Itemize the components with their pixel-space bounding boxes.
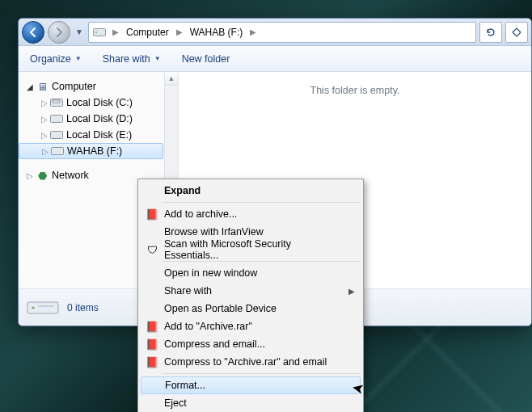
context-menu-label: Add to archive... xyxy=(164,208,237,220)
svg-rect-4 xyxy=(51,116,63,123)
svg-point-8 xyxy=(32,306,34,309)
context-menu-label: Compress to "Archive.rar" and email xyxy=(164,356,327,368)
tree-item-local-disk-c[interactable]: ▷ Local Disk (C:) xyxy=(19,95,178,111)
arrow-right-icon xyxy=(53,27,65,38)
svg-point-1 xyxy=(95,32,97,33)
context-menu-item[interactable]: Format... xyxy=(141,376,361,394)
context-menu-separator xyxy=(163,373,360,374)
caret-down-icon: ▼ xyxy=(154,55,161,62)
context-menu-item[interactable]: Eject xyxy=(140,394,361,412)
chevron-right-icon: ▶ xyxy=(108,27,123,36)
context-menu[interactable]: Expand📕Add to archive...Browse with Irfa… xyxy=(137,179,364,412)
drive-icon xyxy=(49,115,64,123)
twisty-icon[interactable]: ▷ xyxy=(40,115,49,124)
tree-label: Computer xyxy=(52,81,96,92)
svg-rect-3 xyxy=(53,100,60,103)
context-menu-item[interactable]: Expand xyxy=(140,182,361,200)
computer-icon: 🖥 xyxy=(35,81,49,93)
search-toggle-button[interactable] xyxy=(505,22,528,43)
rar-icon: 📕 xyxy=(145,338,159,351)
tree-label: Local Disk (C:) xyxy=(66,97,133,108)
arrow-left-icon xyxy=(27,27,39,38)
twisty-icon[interactable]: ▷ xyxy=(25,171,35,180)
status-item-count: 0 items xyxy=(67,302,99,313)
context-menu-label: Expand xyxy=(164,185,201,196)
refresh-button[interactable] xyxy=(479,22,502,43)
new-folder-label: New folder xyxy=(182,53,230,65)
caret-down-icon: ▼ xyxy=(75,55,82,62)
rar-icon: 📕 xyxy=(145,356,159,368)
rar-icon: 📕 xyxy=(145,321,159,333)
drive-icon xyxy=(50,147,65,155)
share-with-label: Share with xyxy=(103,53,150,65)
submenu-arrow-icon: ▶ xyxy=(348,287,355,296)
context-menu-label: Eject xyxy=(164,397,187,409)
context-menu-item[interactable]: Open as Portable Device xyxy=(140,300,361,317)
organize-button[interactable]: Organize ▼ xyxy=(28,50,83,68)
svg-rect-6 xyxy=(52,148,64,155)
tree-label: Local Disk (E:) xyxy=(66,129,132,141)
context-menu-label: Format... xyxy=(165,380,205,391)
context-menu-label: Open in new window xyxy=(164,267,257,279)
tree-item-wahab-f[interactable]: ▷ WAHAB (F:) xyxy=(19,143,163,159)
rar-icon: 📕 xyxy=(145,208,159,221)
context-menu-item[interactable]: Share with▶ xyxy=(140,282,361,300)
command-bar: Organize ▼ Share with ▼ New folder xyxy=(19,46,531,72)
svg-rect-5 xyxy=(51,132,63,139)
svg-rect-0 xyxy=(94,28,106,36)
scroll-up-icon[interactable]: ▲ xyxy=(165,72,178,86)
twisty-icon[interactable]: ▷ xyxy=(40,131,49,140)
address-bar-row: ▼ ▶ Computer ▶ WAHAB (F:) ▶ xyxy=(19,19,531,46)
empty-folder-text: This folder is empty. xyxy=(310,85,400,96)
drive-root-icon xyxy=(92,25,107,40)
context-menu-item[interactable]: Open in new window xyxy=(140,264,361,282)
nav-back-button[interactable] xyxy=(22,21,44,44)
context-menu-item[interactable]: 📕Compress and email... xyxy=(140,335,361,353)
breadcrumb-item-drive[interactable]: WAHAB (F:) xyxy=(187,25,247,40)
context-menu-label: Share with xyxy=(164,285,212,296)
context-menu-separator xyxy=(163,261,360,262)
chevron-right-icon: ▶ xyxy=(172,27,187,36)
share-with-button[interactable]: Share with ▼ xyxy=(101,50,163,68)
new-folder-button[interactable]: New folder xyxy=(180,50,232,68)
tree-label: Network xyxy=(52,170,89,181)
twisty-icon[interactable]: ▷ xyxy=(40,147,50,156)
tree-label: WAHAB (F:) xyxy=(67,145,122,157)
drive-large-icon xyxy=(27,295,59,321)
twisty-icon[interactable]: ▷ xyxy=(40,99,49,107)
refresh-icon xyxy=(485,27,496,38)
breadcrumb-item-computer[interactable]: Computer xyxy=(123,25,172,40)
context-menu-item[interactable]: 📕Add to "Archive.rar" xyxy=(140,317,361,335)
twisty-open-icon[interactable]: ◢ xyxy=(25,82,35,91)
tree-item-computer[interactable]: ◢ 🖥 Computer xyxy=(19,78,178,95)
context-menu-label: Scan with Microsoft Security Essentials.… xyxy=(164,238,342,261)
context-menu-item[interactable]: 📕Add to archive... xyxy=(140,205,361,223)
search-icon xyxy=(511,27,522,38)
svg-rect-9 xyxy=(38,305,54,307)
breadcrumb[interactable]: ▶ Computer ▶ WAHAB (F:) ▶ xyxy=(88,22,476,43)
organize-label: Organize xyxy=(30,53,71,65)
network-icon: ⬣ xyxy=(35,170,49,182)
context-menu-label: Compress and email... xyxy=(164,338,265,350)
context-menu-item[interactable]: 🛡Scan with Microsoft Security Essentials… xyxy=(140,241,361,259)
shield-icon: 🛡 xyxy=(145,244,159,256)
nav-forward-button[interactable] xyxy=(48,21,70,44)
context-menu-label: Add to "Archive.rar" xyxy=(164,321,252,332)
context-menu-separator xyxy=(163,202,360,203)
drive-icon xyxy=(49,131,64,139)
context-menu-label: Open as Portable Device xyxy=(164,303,277,314)
nav-history-dropdown[interactable]: ▼ xyxy=(74,27,85,36)
tree-item-local-disk-d[interactable]: ▷ Local Disk (D:) xyxy=(19,111,178,127)
tree-label: Local Disk (D:) xyxy=(66,113,133,124)
context-menu-label: Browse with IrfanView xyxy=(164,226,264,238)
chevron-right-icon: ▶ xyxy=(246,27,260,36)
context-menu-item[interactable]: 📕Compress to "Archive.rar" and email xyxy=(140,353,361,371)
tree-item-local-disk-e[interactable]: ▷ Local Disk (E:) xyxy=(19,127,178,143)
drive-icon xyxy=(49,99,64,107)
